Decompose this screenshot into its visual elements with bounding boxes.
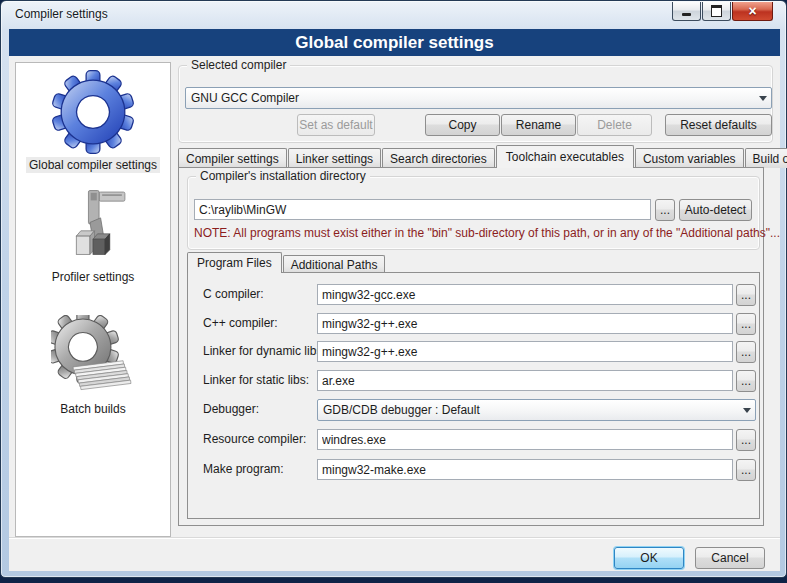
- sidebar-item-label: Profiler settings: [49, 269, 138, 285]
- set-as-default-button[interactable]: Set as default: [297, 114, 375, 136]
- tab-build-options[interactable]: Build options: [745, 148, 787, 168]
- cancel-button[interactable]: Cancel: [695, 547, 765, 569]
- installation-directory-input[interactable]: [194, 199, 651, 220]
- program-files-tabstrip: Program Files Additional Paths: [187, 252, 386, 273]
- copy-button[interactable]: Copy: [425, 114, 500, 136]
- debugger-label: Debugger:: [203, 402, 259, 416]
- subtab-additional-paths[interactable]: Additional Paths: [283, 255, 386, 273]
- footer-separator: [9, 537, 780, 539]
- linker-dynamic-browse-button[interactable]: ...: [736, 341, 756, 363]
- compiler-select-value: GNU GCC Compiler: [186, 91, 755, 105]
- make-program-label: Make program:: [203, 462, 284, 476]
- program-files-panel: [187, 272, 760, 519]
- linker-static-browse-button[interactable]: ...: [736, 370, 756, 392]
- linker-dynamic-label: Linker for dynamic libs:: [203, 344, 326, 358]
- chevron-down-icon: [755, 91, 771, 105]
- chevron-down-icon: [739, 403, 755, 417]
- titlebar[interactable]: Compiler settings ×: [1, 1, 786, 27]
- linker-static-label: Linker for static libs:: [203, 373, 309, 387]
- batch-gear-icon: [51, 315, 135, 399]
- blue-gear-icon: [50, 69, 136, 155]
- minimize-button[interactable]: [672, 2, 701, 21]
- ok-button[interactable]: OK: [614, 547, 684, 569]
- maximize-icon: [711, 5, 722, 17]
- window-title: Compiler settings: [15, 7, 108, 21]
- c-compiler-browse-button[interactable]: ...: [736, 284, 756, 306]
- make-program-browse-button[interactable]: ...: [736, 459, 756, 481]
- reset-defaults-button[interactable]: Reset defaults: [665, 114, 772, 136]
- close-button[interactable]: ×: [732, 2, 773, 21]
- sidebar-item-label: Batch builds: [57, 401, 128, 417]
- compiler-select[interactable]: GNU GCC Compiler: [185, 87, 772, 109]
- resource-compiler-input[interactable]: [317, 429, 733, 450]
- sidebar-item-global-compiler-settings[interactable]: Global compiler settings: [16, 69, 170, 173]
- cpp-compiler-label: C++ compiler:: [203, 316, 278, 330]
- close-icon: ×: [748, 4, 756, 18]
- resource-compiler-label: Resource compiler:: [203, 432, 306, 446]
- dialog-body: Global compiler settings Profiler sett: [9, 56, 780, 571]
- delete-button[interactable]: Delete: [577, 114, 652, 136]
- sidebar-item-profiler-settings[interactable]: Profiler settings: [16, 187, 170, 285]
- main-tabstrip: Compiler settings Linker settings Search…: [178, 145, 787, 168]
- sidebar-item-label: Global compiler settings: [26, 157, 160, 173]
- tab-custom-variables[interactable]: Custom variables: [635, 148, 744, 168]
- tab-compiler-settings[interactable]: Compiler settings: [178, 148, 287, 168]
- rename-button[interactable]: Rename: [501, 114, 576, 136]
- minimize-icon: [682, 13, 691, 16]
- tab-search-directories[interactable]: Search directories: [382, 148, 495, 168]
- installation-note: NOTE: All programs must exist either in …: [194, 226, 780, 240]
- compiler-settings-window: Compiler settings × Global compiler sett…: [0, 0, 787, 578]
- debugger-select[interactable]: GDB/CDB debugger : Default: [317, 399, 756, 421]
- cpp-compiler-input[interactable]: [317, 313, 733, 334]
- tab-toolchain-executables[interactable]: Toolchain executables: [496, 145, 634, 168]
- settings-category-list: Global compiler settings Profiler sett: [15, 62, 171, 537]
- maximize-button[interactable]: [702, 2, 731, 21]
- auto-detect-button[interactable]: Auto-detect: [679, 199, 752, 221]
- sidebar-item-batch-builds[interactable]: Batch builds: [16, 315, 170, 417]
- caliper-icon: [55, 187, 131, 267]
- installation-directory-group-label: Compiler's installation directory: [196, 169, 370, 183]
- page-title: Global compiler settings: [295, 33, 493, 53]
- c-compiler-label: C compiler:: [203, 287, 264, 301]
- tab-linker-settings[interactable]: Linker settings: [288, 148, 381, 168]
- resource-compiler-browse-button[interactable]: ...: [736, 429, 756, 451]
- debugger-select-value: GDB/CDB debugger : Default: [318, 403, 739, 417]
- subtab-program-files[interactable]: Program Files: [187, 252, 282, 273]
- installation-directory-browse-button[interactable]: ...: [655, 199, 675, 221]
- linker-dynamic-input[interactable]: [317, 341, 733, 362]
- make-program-input[interactable]: [317, 459, 733, 480]
- linker-static-input[interactable]: [317, 370, 733, 391]
- cpp-compiler-browse-button[interactable]: ...: [736, 313, 756, 335]
- page-title-banner: Global compiler settings: [9, 29, 780, 56]
- window-controls: ×: [672, 2, 773, 21]
- c-compiler-input[interactable]: [317, 284, 733, 305]
- selected-compiler-group-label: Selected compiler: [187, 58, 290, 72]
